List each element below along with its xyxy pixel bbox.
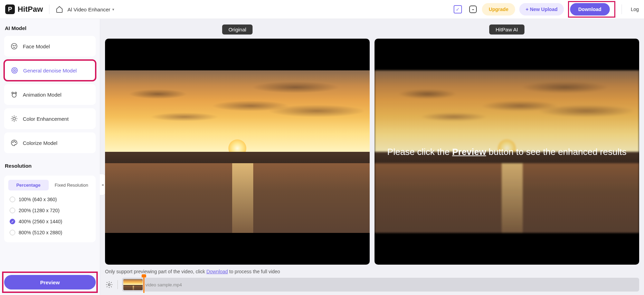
bear-icon — [10, 91, 18, 98]
palette-icon — [10, 139, 18, 147]
model-label: Color Enhancement — [23, 116, 69, 122]
resolution-panel: Percentage Fixed Resolution 100% (640 x … — [4, 176, 96, 242]
timeline: video sample.mp4 — [105, 277, 639, 292]
svg-point-8 — [12, 93, 16, 97]
new-upload-button[interactable]: +New Upload — [519, 3, 564, 16]
download-highlight-box: Download — [568, 1, 615, 18]
tab-fixed-resolution[interactable]: Fixed Resolution — [51, 180, 92, 190]
radio-label: 200% (1280 x 720) — [19, 208, 59, 213]
panel-original: Original — [105, 24, 370, 265]
upgrade-button[interactable]: Upgrade — [482, 3, 515, 16]
panel-label-original: Original — [222, 24, 253, 35]
svg-point-13 — [108, 284, 110, 286]
app-title-dropdown[interactable]: Al Video Enhancer ▾ — [67, 7, 114, 12]
resolution-option-100[interactable]: 100% (640 x 360) — [8, 194, 92, 205]
radio-icon-checked — [10, 219, 15, 224]
svg-point-12 — [15, 142, 16, 142]
svg-point-2 — [15, 45, 16, 46]
preview-highlight-box: Preview — [4, 274, 96, 291]
playhead[interactable] — [143, 275, 144, 293]
download-button[interactable]: Download — [570, 3, 610, 16]
login-link[interactable]: Log — [631, 7, 639, 12]
svg-point-0 — [11, 43, 17, 49]
sun-icon — [10, 115, 18, 122]
model-item-color-enhance[interactable]: Color Enhancement — [4, 108, 96, 129]
radio-icon — [10, 230, 15, 235]
panel-ai: HitPaw AI Please click the Preview butto… — [375, 24, 639, 265]
model-label: Face Model — [23, 43, 50, 49]
model-label: Colorize Model — [23, 140, 57, 146]
tab-percentage[interactable]: Percentage — [8, 180, 49, 190]
timeline-settings-icon[interactable] — [105, 281, 113, 289]
svg-point-9 — [13, 117, 15, 120]
divider — [49, 4, 49, 14]
timeline-track[interactable]: video sample.mp4 — [122, 278, 639, 292]
preview-prompt-text: Please click the Preview button to see t… — [375, 146, 639, 157]
feedback-button[interactable] — [467, 3, 479, 16]
video-original[interactable] — [105, 39, 370, 265]
svg-point-10 — [12, 142, 13, 142]
download-link[interactable]: Download — [206, 269, 228, 274]
model-label: General denoise Model — [23, 68, 77, 73]
model-label: Animation Model — [23, 92, 61, 98]
timeline-thumbnail — [123, 279, 143, 290]
preview-note: Only support previewing part of the vide… — [105, 269, 639, 274]
chevron-down-icon: ▾ — [112, 7, 114, 12]
app-header: P HitPaw Al Video Enhancer ▾ ✓ Upgrade +… — [0, 0, 644, 19]
timeline-filename: video sample.mp4 — [145, 282, 182, 287]
content-area: Original HitPaw AI Please click the Prev… — [100, 19, 644, 295]
brand-name: HitPaw — [18, 5, 43, 14]
divider — [117, 280, 118, 289]
resolution-option-200[interactable]: 200% (1280 x 720) — [8, 205, 92, 216]
brand-logo: P HitPaw — [5, 4, 43, 14]
radio-label: 400% (2560 x 1440) — [19, 219, 62, 224]
logo-icon: P — [5, 4, 15, 14]
home-icon[interactable] — [56, 6, 63, 13]
denoise-icon — [11, 67, 18, 74]
tasks-button[interactable]: ✓ — [452, 3, 464, 16]
svg-point-5 — [14, 70, 15, 71]
sidebar: AI Model Face Model General denoise Mode… — [0, 19, 100, 295]
resolution-option-400[interactable]: 400% (2560 x 1440) — [8, 216, 92, 227]
section-title-resolution: Resolution — [4, 163, 96, 169]
checkbox-icon: ✓ — [454, 5, 462, 13]
model-item-colorize[interactable]: Colorize Model — [4, 132, 96, 153]
radio-icon — [10, 208, 15, 213]
plus-icon: + — [525, 7, 528, 12]
model-item-denoise[interactable]: General denoise Model — [4, 60, 96, 81]
model-item-animation[interactable]: Animation Model — [4, 84, 96, 105]
divider — [622, 4, 622, 14]
model-item-face[interactable]: Face Model — [4, 36, 96, 57]
svg-point-11 — [14, 141, 15, 142]
radio-label: 100% (640 x 360) — [19, 197, 57, 202]
chat-icon — [469, 6, 477, 13]
section-title-model: AI Model — [4, 25, 96, 31]
panel-label-ai: HitPaw AI — [489, 24, 524, 35]
radio-label: 800% (5120 x 2880) — [19, 230, 62, 235]
svg-point-1 — [13, 45, 13, 46]
preview-button[interactable]: Preview — [4, 275, 96, 289]
radio-icon — [10, 197, 15, 202]
face-icon — [10, 42, 18, 50]
video-ai-preview[interactable]: Please click the Preview button to see t… — [375, 39, 639, 265]
app-title-text: Al Video Enhancer — [67, 7, 110, 12]
resolution-option-800[interactable]: 800% (5120 x 2880) — [8, 227, 92, 238]
